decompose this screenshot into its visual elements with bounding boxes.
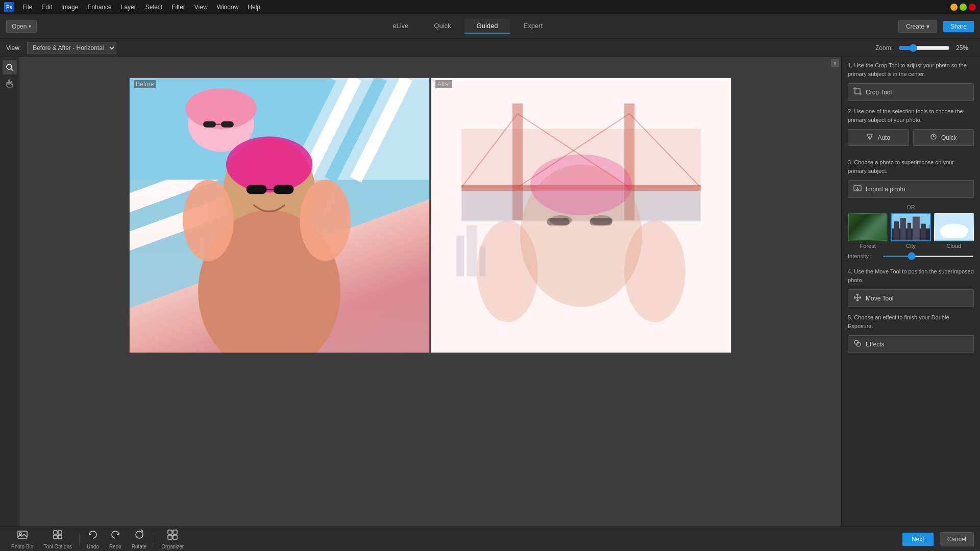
hand-tool[interactable] — [3, 77, 17, 91]
crop-icon — [853, 87, 862, 97]
zoom-tool[interactable] — [3, 60, 17, 74]
rotate-icon — [134, 529, 145, 543]
before-image — [130, 78, 429, 353]
menu-view[interactable]: View — [190, 3, 212, 12]
create-arrow-icon: ▾ — [926, 23, 929, 30]
before-panel: Before — [129, 78, 430, 353]
svg-rect-59 — [54, 531, 57, 534]
menu-filter[interactable]: Filter — [167, 3, 189, 12]
photo-bin-icon — [17, 529, 28, 543]
toolbar-row: View: Before & After - Horizontal Before… — [0, 39, 980, 57]
before-after-container: Before — [129, 78, 731, 353]
create-button[interactable]: Create ▾ — [898, 20, 937, 33]
rotate-label: Rotate — [132, 544, 146, 549]
photo-bin-tool[interactable]: Photo Bin — [6, 528, 38, 550]
menu-help[interactable]: Help — [243, 3, 264, 12]
preset-cloud[interactable]: Cloud — [934, 213, 974, 249]
auto-label: Auto — [877, 134, 890, 141]
menu-window[interactable]: Window — [213, 3, 243, 12]
divider-1 — [79, 533, 80, 545]
create-label: Create — [906, 23, 924, 30]
quick-label: Quick — [941, 134, 957, 141]
menu-bar: File Edit Image Enhance Layer Select Fil… — [18, 3, 264, 12]
svg-rect-66 — [173, 535, 177, 539]
effects-button[interactable]: Effects — [848, 335, 974, 353]
next-button[interactable]: Next — [902, 533, 934, 546]
minimize-button[interactable] — [950, 4, 958, 11]
svg-rect-48 — [908, 223, 911, 240]
preset-thumb-city — [891, 213, 930, 241]
import-icon — [853, 184, 862, 194]
tool-options-label: Tool Options — [43, 544, 72, 549]
right-panel: Double Exposure 📌 ✕ 1. Use the Crop Tool… — [841, 39, 980, 527]
move-icon — [853, 293, 862, 303]
organizer-tool[interactable]: Organizer — [156, 528, 189, 550]
undo-tool[interactable]: Undo — [82, 528, 104, 550]
crop-tool-button[interactable]: Crop Tool — [848, 83, 974, 101]
divider-2 — [154, 533, 154, 545]
svg-rect-63 — [168, 530, 172, 534]
move-tool-button[interactable]: Move Tool — [848, 289, 974, 307]
redo-tool[interactable]: Redo — [104, 528, 127, 550]
share-button[interactable]: Share — [943, 21, 974, 32]
after-label: After — [435, 80, 452, 88]
menu-file[interactable]: File — [18, 3, 36, 12]
step5-description: 5. Choose an effect to finish your Doubl… — [848, 313, 974, 330]
bottom-bar: Photo Bin Tool Options Undo — [0, 527, 980, 551]
view-select[interactable]: Before & After - Horizontal Before & Aft… — [27, 42, 116, 54]
svg-rect-62 — [58, 535, 62, 539]
preset-cloud-label: Cloud — [934, 243, 974, 249]
move-tool-label: Move Tool — [866, 295, 893, 302]
menu-select[interactable]: Select — [141, 3, 166, 12]
rotate-tool[interactable]: Rotate — [127, 528, 152, 550]
app-logo: Ps — [4, 2, 14, 12]
tab-guided[interactable]: Guided — [464, 19, 510, 34]
svg-point-58 — [19, 533, 21, 535]
quick-selection-button[interactable]: Quick — [913, 129, 974, 146]
preset-city[interactable]: City — [891, 213, 930, 249]
tab-elive[interactable]: eLive — [380, 19, 421, 34]
nav-tabs: eLive Quick Guided Expert — [380, 19, 555, 34]
step2-description: 2. Use one of the selection tools to cho… — [848, 107, 974, 124]
after-image-overlay — [431, 78, 731, 353]
tab-quick[interactable]: Quick — [422, 19, 463, 34]
close-button[interactable] — [969, 4, 976, 11]
svg-rect-47 — [900, 218, 906, 240]
left-toolbar — [0, 57, 19, 532]
intensity-slider[interactable] — [883, 256, 974, 257]
organizer-label: Organizer — [161, 544, 184, 549]
svg-rect-57 — [18, 531, 27, 538]
intensity-row: Intensity : — [848, 253, 974, 259]
preset-forest[interactable]: Forest — [848, 213, 888, 249]
or-divider: OR — [848, 204, 974, 210]
view-label: View: — [6, 44, 21, 52]
after-panel: After — [431, 78, 731, 353]
preset-city-label: City — [891, 243, 930, 249]
step1-description: 1. Use the Crop Tool to adjust your phot… — [848, 61, 974, 78]
menu-edit[interactable]: Edit — [37, 3, 56, 12]
close-document-button[interactable]: × — [831, 59, 839, 67]
svg-point-54 — [952, 229, 967, 238]
step3-description: 3. Choose a photo to superimpose on your… — [848, 158, 974, 175]
open-button[interactable]: Open ▾ — [6, 20, 37, 33]
quick-icon — [930, 133, 937, 142]
after-image — [431, 78, 731, 353]
import-photo-button[interactable]: Import a photo — [848, 180, 974, 198]
menu-image[interactable]: Image — [57, 3, 82, 12]
auto-selection-button[interactable]: Auto — [848, 129, 909, 146]
menu-enhance[interactable]: Enhance — [83, 3, 115, 12]
undo-icon — [87, 529, 99, 543]
svg-rect-64 — [173, 530, 177, 534]
zoom-slider[interactable] — [899, 44, 950, 52]
cancel-button[interactable]: Cancel — [940, 532, 974, 546]
right-panel-content: 1. Use the Crop Tool to adjust your phot… — [842, 55, 980, 365]
redo-icon — [110, 529, 121, 543]
tool-options-tool[interactable]: Tool Options — [38, 528, 77, 550]
svg-line-1 — [11, 69, 13, 71]
menu-layer[interactable]: Layer — [117, 3, 140, 12]
maximize-button[interactable] — [960, 4, 967, 11]
tab-expert[interactable]: Expert — [511, 19, 555, 34]
crop-tool-label: Crop Tool — [866, 89, 892, 96]
effects-icon — [853, 339, 862, 349]
auto-icon — [866, 133, 873, 142]
